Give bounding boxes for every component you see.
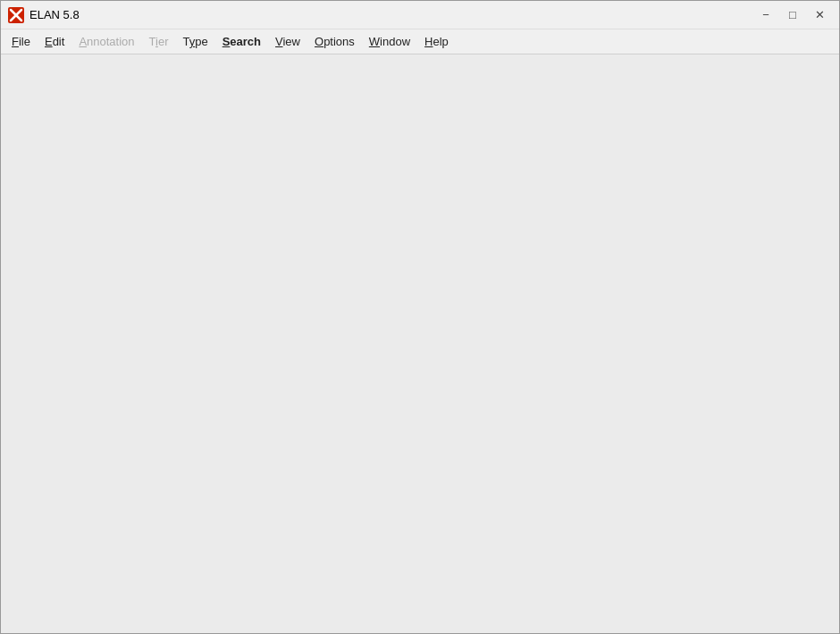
menu-item-search[interactable]: Search: [215, 31, 268, 52]
close-button[interactable]: ✕: [807, 4, 832, 26]
menu-item-window[interactable]: Window: [362, 31, 417, 52]
window-controls: − □ ✕: [753, 4, 832, 26]
menu-bar: File Edit Annotation Tier Type Search Vi…: [1, 29, 839, 54]
menu-annotation-label: Annotation: [79, 35, 134, 48]
maximize-button[interactable]: □: [780, 4, 805, 26]
minimize-button[interactable]: −: [753, 4, 778, 26]
menu-tier-label: Tier: [149, 35, 169, 48]
elan-logo-icon: [8, 7, 24, 23]
menu-search-label: Search: [223, 35, 261, 48]
menu-edit-label: Edit: [45, 35, 64, 48]
menu-item-help[interactable]: Help: [417, 31, 456, 52]
menu-item-annotation: Annotation: [71, 31, 141, 52]
menu-item-view[interactable]: View: [268, 31, 307, 52]
main-content-area: [1, 54, 839, 634]
menu-window-label: Window: [369, 35, 410, 48]
menu-options-label: Options: [315, 35, 355, 48]
menu-item-type[interactable]: Type: [175, 31, 214, 52]
menu-item-tier: Tier: [142, 31, 176, 52]
menu-type-label: Type: [182, 35, 207, 48]
menu-item-file[interactable]: File: [4, 31, 38, 52]
menu-help-label: Help: [424, 35, 449, 48]
menu-view-label: View: [275, 35, 300, 48]
menu-file-label: File: [12, 35, 30, 48]
title-bar: ELAN 5.8 − □ ✕: [1, 1, 839, 29]
menu-item-edit[interactable]: Edit: [38, 31, 71, 52]
title-bar-left: ELAN 5.8: [8, 7, 80, 23]
app-title: ELAN 5.8: [29, 8, 80, 21]
menu-item-options[interactable]: Options: [307, 31, 362, 52]
